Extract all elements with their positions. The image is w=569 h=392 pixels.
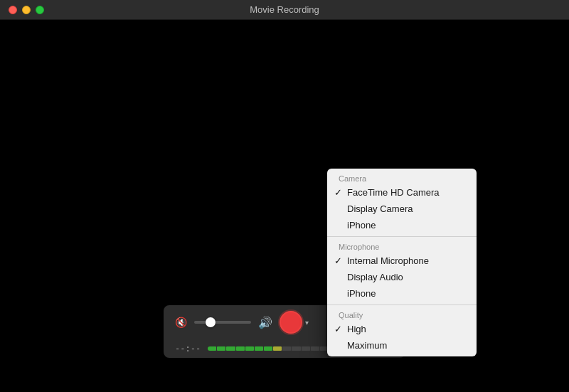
volume-high-icon: 🔊 xyxy=(258,316,272,329)
microphone-section: Microphone Internal Microphone Display A… xyxy=(327,236,477,304)
camera-section-label: Camera xyxy=(327,171,477,184)
quality-maximum[interactable]: Maximum xyxy=(327,337,477,354)
meter-bar-2 xyxy=(217,346,225,351)
meter-bar-10 xyxy=(292,346,300,351)
mic-display-audio[interactable]: Display Audio xyxy=(327,269,477,285)
meter-bar-8 xyxy=(273,346,282,351)
meter-bar-7 xyxy=(264,346,272,351)
microphone-section-label: Microphone xyxy=(327,240,477,253)
mic-internal[interactable]: Internal Microphone xyxy=(327,253,477,269)
camera-display[interactable]: Display Camera xyxy=(327,201,477,217)
dropdown-arrow-icon[interactable]: ▾ xyxy=(305,319,309,327)
window-title: Movie Recording xyxy=(250,4,319,15)
meter-bar-3 xyxy=(226,346,235,351)
meter-bar-4 xyxy=(236,346,245,351)
close-button[interactable] xyxy=(9,6,17,14)
dropdown-menu: Camera FaceTime HD Camera Display Camera… xyxy=(327,169,477,356)
mic-iphone[interactable]: iPhone xyxy=(327,285,477,302)
video-area: 🔇 🔊 ▾ --:-- xyxy=(0,20,569,392)
quality-high[interactable]: High xyxy=(327,321,477,337)
window-controls[interactable] xyxy=(9,6,44,14)
volume-low-icon: 🔇 xyxy=(175,317,187,328)
record-button[interactable] xyxy=(280,311,302,334)
volume-slider[interactable] xyxy=(194,321,251,324)
meter-bar-12 xyxy=(311,346,319,351)
meter-bar-11 xyxy=(302,346,310,351)
camera-iphone[interactable]: iPhone xyxy=(327,217,477,233)
quality-section: Quality High Maximum xyxy=(327,304,477,356)
maximize-button[interactable] xyxy=(36,6,44,14)
camera-facetime[interactable]: FaceTime HD Camera xyxy=(327,184,477,201)
meter-bar-6 xyxy=(255,346,263,351)
volume-thumb xyxy=(206,317,216,327)
meter-bar-1 xyxy=(208,346,216,351)
titlebar: Movie Recording xyxy=(0,0,569,20)
meter-bar-9 xyxy=(282,346,291,351)
time-display: --:-- xyxy=(175,344,201,354)
camera-section: Camera FaceTime HD Camera Display Camera… xyxy=(327,169,477,236)
meter-bar-5 xyxy=(245,346,254,351)
record-button-wrap: ▾ xyxy=(280,311,309,334)
minimize-button[interactable] xyxy=(22,6,31,14)
quality-section-label: Quality xyxy=(327,308,477,321)
